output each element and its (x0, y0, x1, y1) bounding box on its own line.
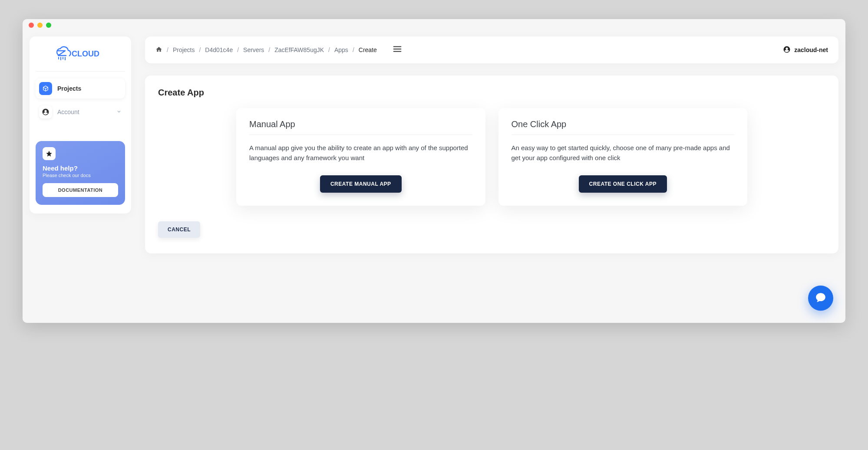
sidebar-item-label: Projects (57, 85, 81, 92)
breadcrumb-separator: / (328, 46, 330, 53)
cube-icon (39, 82, 52, 95)
main-column: / Projects / D4d01c4e / Servers / ZacEfF… (145, 36, 838, 253)
brand-logo[interactable]: CLOUD (36, 46, 125, 72)
breadcrumb-create: Create (359, 46, 377, 53)
sidebar: CLOUD Projects Account (30, 36, 131, 214)
breadcrumb-separator: / (353, 46, 354, 53)
account-name: zacloud-net (794, 46, 828, 53)
account-menu[interactable]: zacloud-net (783, 46, 828, 55)
create-manual-app-button[interactable]: CREATE MANUAL APP (320, 175, 402, 193)
one-click-app-description: An easy way to get started quickly, choo… (512, 143, 735, 163)
create-one-click-app-button[interactable]: CREATE ONE CLICK APP (579, 175, 667, 193)
sidebar-item-account[interactable]: Account (36, 102, 125, 122)
breadcrumb-separator: / (237, 46, 239, 53)
user-circle-icon (39, 105, 52, 118)
page-title: Create App (158, 88, 825, 98)
breadcrumb-servers[interactable]: Servers (243, 46, 264, 53)
manual-app-description: A manual app give you the ability to cre… (249, 143, 472, 163)
window-close-icon[interactable] (29, 23, 34, 28)
cloud-logo-icon: CLOUD (54, 46, 106, 62)
one-click-app-title: One Click App (512, 119, 735, 135)
app-body: CLOUD Projects Account (23, 31, 845, 266)
cancel-row: CANCEL (158, 221, 825, 238)
content-card: Create App Manual App A manual app give … (145, 76, 838, 253)
home-icon[interactable] (155, 46, 162, 54)
help-subtitle: Please check our docs (43, 173, 118, 178)
sidebar-item-projects[interactable]: Projects (36, 79, 125, 99)
manual-app-title: Manual App (249, 119, 472, 135)
logo-text: CLOUD (72, 49, 99, 58)
help-title: Need help? (43, 164, 118, 172)
sidebar-item-label: Account (57, 108, 79, 115)
chat-bubble-icon (815, 292, 826, 305)
breadcrumb-server-id[interactable]: ZacEfFAW85ugJK (274, 46, 324, 53)
chevron-down-icon (116, 108, 122, 116)
menu-icon[interactable] (393, 44, 402, 56)
window-titlebar (23, 19, 845, 31)
breadcrumb: / Projects / D4d01c4e / Servers / ZacEfF… (155, 46, 377, 54)
breadcrumb-separator: / (268, 46, 270, 53)
cancel-button[interactable]: CANCEL (158, 221, 200, 238)
help-card: Need help? Please check our docs DOCUMEN… (36, 141, 125, 205)
documentation-button[interactable]: DOCUMENTATION (43, 183, 118, 197)
breadcrumb-separator: / (199, 46, 201, 53)
breadcrumb-project-id[interactable]: D4d01c4e (205, 46, 233, 53)
app-window: CLOUD Projects Account (23, 19, 845, 323)
breadcrumb-separator: / (167, 46, 168, 53)
breadcrumb-projects[interactable]: Projects (173, 46, 195, 53)
window-minimize-icon[interactable] (37, 23, 43, 28)
app-options-row: Manual App A manual app give you the abi… (158, 108, 825, 206)
breadcrumb-apps[interactable]: Apps (334, 46, 348, 53)
chat-fab[interactable] (808, 286, 833, 311)
topbar: / Projects / D4d01c4e / Servers / ZacEfF… (145, 36, 838, 63)
star-icon (43, 147, 56, 160)
one-click-app-card: One Click App An easy way to get started… (498, 108, 748, 206)
window-maximize-icon[interactable] (46, 23, 51, 28)
user-circle-icon (783, 46, 791, 55)
manual-app-card: Manual App A manual app give you the abi… (236, 108, 485, 206)
